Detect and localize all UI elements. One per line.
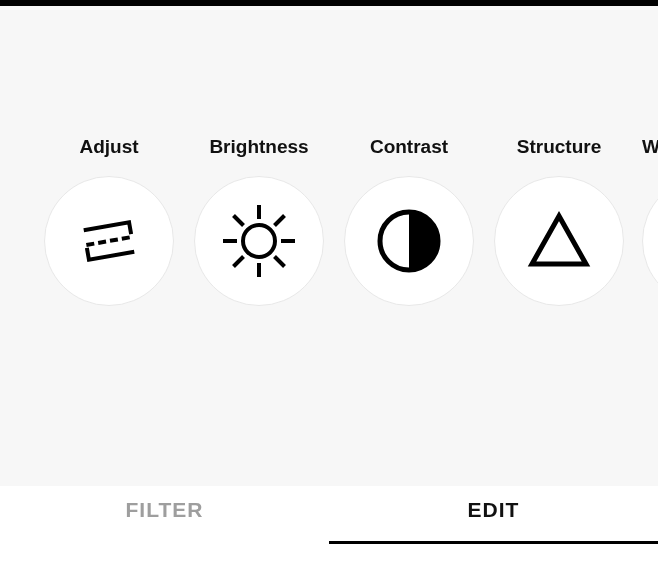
svg-line-10 [275,257,285,267]
tool-label: Structure [517,136,601,158]
tab-filter[interactable]: FILTER [0,478,329,542]
edit-tools-area: Adjust Bright [0,6,658,486]
tool-warmth[interactable]: W [634,136,658,306]
tools-row: Adjust Bright [0,136,658,306]
tool-brightness[interactable]: Brightness [184,136,334,306]
tool-structure[interactable]: Structure [484,136,634,306]
bottom-tabs: FILTER EDIT [0,478,658,542]
svg-line-1 [98,242,106,243]
tool-circle [642,176,658,306]
tool-circle [44,176,174,306]
contrast-icon [376,208,442,274]
tool-label: Contrast [370,136,448,158]
svg-line-0 [86,244,94,245]
tool-label: Brightness [209,136,308,158]
svg-line-9 [234,216,244,226]
adjust-icon [72,204,146,278]
svg-line-2 [110,239,118,240]
tab-edit[interactable]: EDIT [329,478,658,542]
structure-icon [524,206,594,276]
tool-adjust[interactable]: Adjust [34,136,184,306]
svg-point-4 [243,225,275,257]
tool-circle [194,176,324,306]
tool-label: W [634,136,658,158]
svg-line-3 [122,237,130,238]
tool-circle [344,176,474,306]
tool-contrast[interactable]: Contrast [334,136,484,306]
tool-circle [494,176,624,306]
tool-label: Adjust [79,136,138,158]
brightness-icon [217,199,301,283]
svg-line-11 [234,257,244,267]
svg-line-12 [275,216,285,226]
